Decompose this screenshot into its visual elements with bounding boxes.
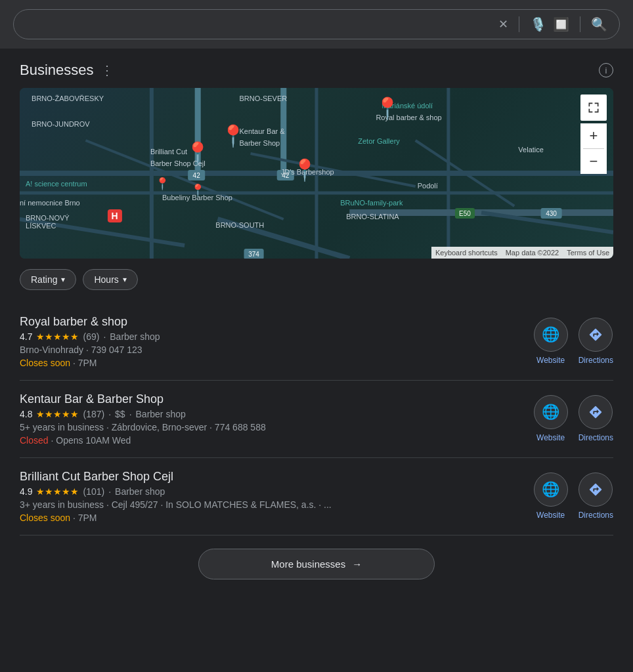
rating-row-kentaur: 4.8 ★★★★★ (187) · $$ · Barber shop: [20, 409, 521, 419]
svg-line-8: [20, 219, 185, 245]
business-info-kentaur: Kentaur Bar & Barber Shop 4.8 ★★★★★ (187…: [20, 392, 521, 446]
more-businesses-button[interactable]: More businesses →: [198, 549, 435, 579]
directions-label-brilliant: Directions: [578, 511, 613, 520]
rating-row-brilliant: 4.9 ★★★★★ (101) · Barber shop: [20, 486, 521, 497]
business-item-royal: Royal barber & shop 4.7 ★★★★★ (69) · Bar…: [20, 303, 613, 381]
svg-line-12: [251, 154, 416, 186]
map-pin-hotel: H: [108, 210, 122, 222]
businesses-title: Businesses: [20, 62, 94, 79]
address-brilliant: 3+ years in business · Cejl 495/27 · In …: [20, 499, 521, 510]
website-button-brilliant[interactable]: 🌐: [534, 472, 568, 507]
map-background: 42 42 602 374 E50 430 BRNO-ŽABOVŘESKY BR…: [20, 88, 613, 259]
actions-royal: 🌐 Website Directions: [534, 315, 613, 365]
zoom-in-button[interactable]: +: [580, 123, 607, 148]
business-item-kentaur: Kentaur Bar & Barber Shop 4.8 ★★★★★ (187…: [20, 381, 613, 458]
status-label-kentaur: Closed: [20, 435, 49, 446]
website-button-kentaur[interactable]: 🌐: [534, 395, 568, 429]
mic-button[interactable]: 🎙️: [530, 16, 546, 32]
separator-royal: ·: [103, 331, 106, 342]
website-button-royal[interactable]: 🌐: [534, 318, 568, 352]
type-royal: Barber shop: [110, 331, 160, 342]
map-container[interactable]: 42 42 602 374 E50 430 BRNO-ŽABOVŘESKY BR…: [20, 88, 613, 259]
stars-royal: ★★★★★: [36, 331, 79, 342]
rating-number-brilliant: 4.9: [20, 486, 32, 497]
hours-filter-label: Hours: [94, 274, 118, 285]
website-action-royal: 🌐 Website: [534, 318, 568, 365]
keyboard-shortcuts-link[interactable]: Keyboard shortcuts: [431, 247, 502, 259]
search-bar: barbershop ✕ 🎙️ 🔲 🔍: [13, 9, 620, 39]
directions-button-kentaur[interactable]: [578, 395, 613, 429]
mic-icon: 🎙️: [530, 16, 546, 32]
status-time-kentaur: · Opens 10AM Wed: [51, 435, 131, 446]
map-pin-jds: 📍: [292, 159, 318, 180]
clear-icon: ✕: [498, 17, 508, 32]
terms-of-use-link[interactable]: Terms of Use: [563, 247, 613, 259]
status-label-brilliant: Closes soon: [20, 513, 70, 523]
address-kentaur: 5+ years in business · Zábrdovice, Brno-…: [20, 422, 521, 432]
separator-brilliant: ·: [108, 486, 111, 497]
rating-number-royal: 4.7: [20, 331, 32, 342]
map-footer: Keyboard shortcuts Map data ©2022 Terms …: [431, 247, 613, 259]
reviews-royal: (69): [83, 331, 99, 342]
search-bar-wrapper: barbershop ✕ 🎙️ 🔲 🔍: [0, 0, 633, 49]
lens-icon: 🔲: [553, 16, 569, 32]
stars-brilliant: ★★★★★: [36, 486, 79, 497]
svg-text:42: 42: [282, 172, 290, 179]
map-pin-brilliant: 📍: [185, 142, 211, 163]
search-icon: 🔍: [591, 16, 607, 32]
business-name-kentaur: Kentaur Bar & Barber Shop: [20, 392, 521, 406]
directions-action-royal: Directions: [578, 318, 613, 365]
search-divider-2: [580, 16, 580, 32]
map-pin-kentaur: 📍: [220, 125, 246, 146]
status-royal: Closes soon · 7PM: [20, 358, 521, 368]
svg-text:E50: E50: [459, 210, 471, 217]
status-time-royal: · 7PM: [73, 358, 97, 368]
website-label-kentaur: Website: [536, 433, 565, 442]
globe-icon-kentaur: 🌐: [542, 404, 559, 421]
zoom-out-button[interactable]: −: [580, 149, 607, 174]
type-kentaur: Barber shop: [136, 409, 186, 419]
price-kentaur: $$: [115, 409, 125, 419]
type-brilliant: Barber shop: [115, 486, 165, 497]
directions-label-royal: Directions: [578, 356, 613, 365]
main-content: Businesses ⋮ i: [0, 49, 633, 599]
separator2-kentaur: ·: [129, 409, 132, 419]
actions-brilliant: 🌐 Website Directions: [534, 470, 613, 520]
business-name-brilliant: Brilliant Cut Barber Shop Cejl: [20, 470, 521, 484]
reviews-brilliant: (101): [83, 486, 104, 497]
website-label-brilliant: Website: [536, 511, 565, 520]
separator-kentaur: ·: [108, 409, 111, 419]
globe-icon-brilliant: 🌐: [542, 481, 559, 498]
reviews-kentaur: (187): [83, 409, 104, 419]
status-time-brilliant: · 7PM: [73, 513, 97, 523]
search-input[interactable]: barbershop: [26, 18, 492, 30]
business-item-brilliant: Brilliant Cut Barber Shop Cejl 4.9 ★★★★★…: [20, 458, 613, 536]
rating-chevron-icon: ▾: [61, 275, 65, 284]
map-data-label: Map data ©2022: [502, 247, 563, 259]
clear-button[interactable]: ✕: [498, 17, 508, 32]
website-action-kentaur: 🌐 Website: [534, 395, 568, 442]
rating-number-kentaur: 4.8: [20, 409, 32, 419]
hours-chevron-icon: ▾: [123, 275, 127, 284]
stars-kentaur: ★★★★★: [36, 409, 79, 419]
more-businesses-label: More businesses: [271, 558, 345, 570]
map-pin-royal: 📍: [374, 98, 401, 119]
business-list: Royal barber & shop 4.7 ★★★★★ (69) · Bar…: [20, 303, 613, 536]
website-label-royal: Website: [536, 356, 565, 365]
status-kentaur: Closed · Opens 10AM Wed: [20, 435, 521, 446]
info-icon[interactable]: i: [599, 63, 613, 77]
lens-button[interactable]: 🔲: [553, 16, 569, 32]
businesses-header: Businesses ⋮ i: [20, 62, 613, 79]
rating-filter-button[interactable]: Rating ▾: [20, 269, 76, 290]
svg-text:42: 42: [193, 172, 201, 179]
more-businesses-arrow: →: [352, 558, 362, 570]
svg-text:374: 374: [248, 251, 259, 258]
globe-icon-royal: 🌐: [542, 326, 559, 343]
expand-map-button[interactable]: [580, 94, 607, 121]
search-button[interactable]: 🔍: [591, 16, 607, 32]
more-options-icon[interactable]: ⋮: [100, 62, 114, 78]
hours-filter-button[interactable]: Hours ▾: [83, 269, 137, 290]
directions-button-brilliant[interactable]: [578, 472, 613, 507]
directions-button-royal[interactable]: [578, 318, 613, 352]
svg-line-6: [217, 219, 349, 259]
